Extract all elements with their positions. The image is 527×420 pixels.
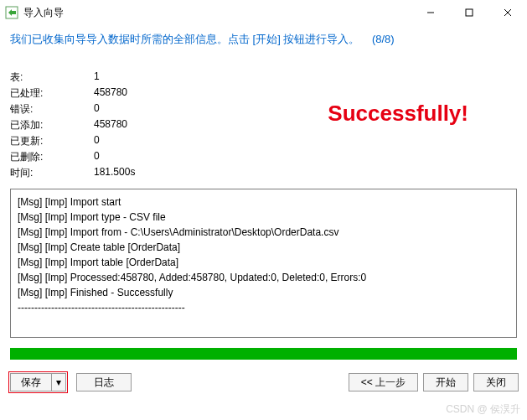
label-updated: 已更新: [10, 134, 94, 148]
minimize-button[interactable] [411, 0, 450, 25]
save-button[interactable]: 保存 [10, 373, 51, 391]
save-button-highlight: 保存 ▾ [8, 371, 68, 393]
label-errors: 错误: [10, 102, 94, 117]
chevron-down-icon: ▾ [56, 376, 61, 388]
label-deleted: 已删除: [10, 150, 94, 164]
log-line: [Msg] [Imp] Create table [OrderData] [18, 240, 509, 255]
value-deleted: 0 [94, 150, 135, 164]
log-line: [Msg] [Imp] Import type - CSV file [18, 210, 509, 225]
save-dropdown-button[interactable]: ▾ [51, 373, 66, 391]
log-button[interactable]: 日志 [76, 373, 132, 391]
instruction-text: 我们已收集向导导入数据时所需的全部信息。点击 [开始] 按钮进行导入。 (8/8… [0, 25, 527, 50]
button-row: 保存 ▾ 日志 << 上一步 开始 关闭 [0, 360, 527, 398]
value-time: 181.500s [94, 166, 135, 180]
log-line: [Msg] [Imp] Import start [18, 194, 509, 210]
stats-panel: 表: 1 已处理: 458780 错误: 0 已添加: 458780 已更新: … [0, 50, 527, 184]
progress-bar [10, 348, 517, 360]
step-indicator: (8/8) [372, 33, 395, 45]
label-tables: 表: [10, 70, 94, 85]
prev-step-button[interactable]: << 上一步 [349, 373, 418, 391]
value-updated: 0 [94, 134, 135, 148]
maximize-button[interactable] [450, 0, 488, 25]
log-line: ----------------------------------------… [18, 300, 509, 315]
start-button[interactable]: 开始 [423, 373, 468, 391]
close-button[interactable] [488, 0, 527, 25]
title-bar: 导入向导 [0, 0, 527, 25]
value-errors: 0 [94, 102, 135, 117]
import-wizard-icon [5, 6, 18, 19]
value-added: 458780 [94, 118, 135, 132]
label-added: 已添加: [10, 118, 94, 132]
log-line: [Msg] [Imp] Processed:458780, Added:4587… [18, 270, 509, 285]
value-processed: 458780 [94, 86, 135, 101]
svg-rect-2 [466, 9, 473, 16]
window-controls [411, 0, 527, 25]
label-processed: 已处理: [10, 86, 94, 101]
success-overlay-text: Successfully! [328, 101, 468, 127]
label-time: 时间: [10, 166, 94, 180]
watermark-text: CSDN @ 侯淏升 [446, 402, 520, 417]
value-tables: 1 [94, 70, 135, 85]
instruction-message: 我们已收集向导导入数据时所需的全部信息。点击 [开始] 按钮进行导入。 [10, 33, 359, 45]
log-line: [Msg] [Imp] Import from - C:\Users\Admin… [18, 225, 509, 240]
log-line: [Msg] [Imp] Finished - Successfully [18, 285, 509, 300]
log-output[interactable]: [Msg] [Imp] Import start[Msg] [Imp] Impo… [10, 189, 517, 338]
window-title: 导入向导 [23, 6, 411, 20]
close-wizard-button[interactable]: 关闭 [473, 373, 519, 391]
log-line: [Msg] [Imp] Import table [OrderData] [18, 255, 509, 270]
